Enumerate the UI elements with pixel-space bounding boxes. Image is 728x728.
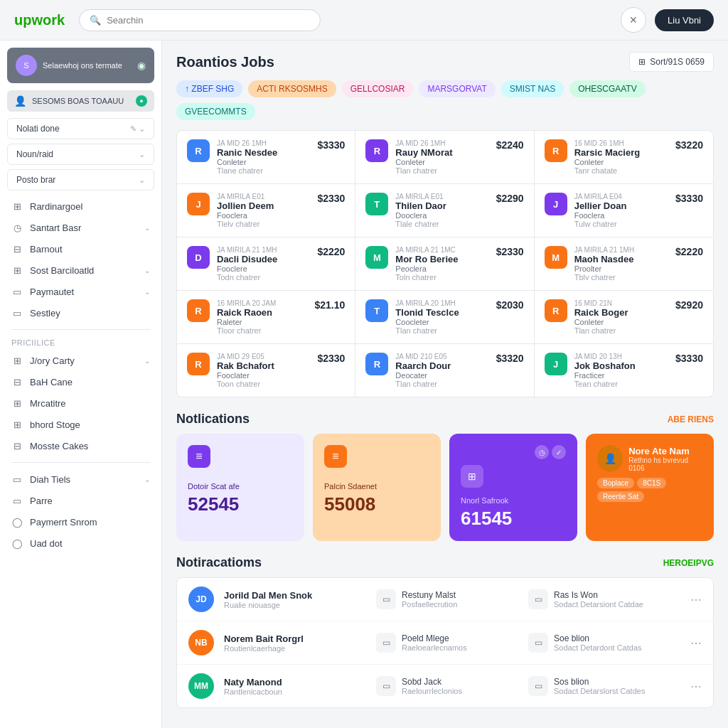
job-card[interactable]: R 16 MIRILA 20 JAM Raick Raoen Raleter T…	[177, 291, 355, 344]
job-card[interactable]: D JA MIRILA 21 1MH Dacli Disudee Foocler…	[177, 237, 355, 291]
sidebar-nav-item[interactable]: ⊟ Mosste Cakes	[0, 435, 161, 456]
dropdown-noun[interactable]: Noun/raid ⌄	[7, 144, 154, 165]
dropdown-notati[interactable]: Nolati done ✎ ⌄	[7, 118, 154, 139]
job-price: $2220	[317, 246, 345, 257]
filter-tab[interactable]: OHESCGAATV	[569, 80, 645, 97]
job-role: Peoclera	[395, 264, 488, 273]
job-name: Rarsic Macierg	[574, 147, 668, 158]
job-name: Raick Raoen	[217, 307, 308, 318]
nav-label: Sost Barciloatld	[30, 265, 137, 276]
sidebar-nav-item[interactable]: ▭ Paymautet ⌄	[0, 281, 161, 302]
logo: upwork	[14, 12, 65, 28]
job-card[interactable]: R JA MID 26 1MH Rauy NMorat Conleter Tla…	[355, 131, 534, 184]
job-card[interactable]: T JA MIRILA 20 1MH Tlonid Tesclce Coocle…	[355, 291, 534, 344]
job-avatar: R	[365, 139, 388, 162]
nav-icon: ▭	[11, 473, 23, 485]
sidebar-nav-item[interactable]: ⊞ Rardinargoel	[0, 196, 161, 217]
sidebar-nav-item[interactable]: ⊞ Sost Barciloatld ⌄	[0, 259, 161, 281]
job-avatar: R	[187, 139, 210, 162]
job-role: Raleter	[217, 318, 308, 326]
job-card[interactable]: M JA MIRILA 21 1MH Maoh Nasdee Proolter …	[535, 237, 713, 291]
job-role: Conleter	[217, 158, 310, 166]
job-price: $3220	[675, 139, 703, 151]
sidebar-user[interactable]: 👤 SESOMS BOAS TOAAUU ●	[7, 90, 154, 112]
sidebar-nav-item[interactable]: ▭ Parre	[0, 490, 161, 511]
job-card[interactable]: R JA MID 29 E05 Rak Bchafort Fooclater T…	[177, 344, 355, 397]
job-price: $3330	[675, 193, 703, 204]
sidebar-divider	[11, 329, 150, 330]
notif-list-title: Notiracatioms	[176, 555, 262, 570]
job-role: Conleter	[574, 318, 668, 326]
notif-card-value: 52545	[188, 493, 293, 515]
close-button[interactable]: ✕	[621, 7, 646, 33]
sidebar-nav-item[interactable]: ⊞ bhord Stoge	[0, 414, 161, 435]
job-date: JA MIRILA 21 1MH	[217, 246, 310, 254]
job-card[interactable]: R 16 MID 21N Raick Boger Conleter Tlan c…	[535, 291, 713, 344]
sidebar-nav-item[interactable]: ⊟ Barnout	[0, 238, 161, 259]
sidebar-nav-item[interactable]: ◯ Uad dot	[0, 532, 161, 554]
notif-row-sub: Rantlenlcacboun	[224, 687, 369, 696]
notif-row: MM Naty Manond Rantlenlcacboun ▭ Sobd Ja…	[177, 665, 713, 707]
sidebar-nav-item[interactable]: ⊞ Mrcatitre	[0, 392, 161, 414]
notif-row-identity: Naty Manond Rantlenlcacboun	[224, 677, 369, 696]
sort-button[interactable]: ⊞ Sort/91S 0659	[629, 52, 714, 72]
sidebar-nav-item[interactable]: ◷ Santart Basr ⌄	[0, 217, 161, 238]
job-sub: Tlane chatrer	[217, 166, 310, 175]
job-card[interactable]: R JA MID 26 1MH Ranic Nesdee Conleter Tl…	[177, 131, 355, 184]
notif-row-dots[interactable]: ⋯	[680, 680, 702, 693]
nav-button[interactable]: Liu Vbni	[655, 9, 714, 31]
notif-row-dots[interactable]: ⋯	[680, 636, 702, 650]
job-card[interactable]: R JA MID 210 E05 Raarch Dour Deocater Tl…	[355, 344, 534, 397]
job-role: Coocleter	[395, 318, 488, 326]
notif-list-header: Notiracatioms HEROEIPVG	[176, 555, 714, 570]
job-card[interactable]: R 16 MID 26 1MH Rarsic Macierg Conleter …	[535, 131, 713, 184]
search-input[interactable]	[107, 15, 310, 26]
job-card[interactable]: J JA MIRILA E01 Jollien Deem Fooclera Tl…	[177, 184, 355, 237]
chevron-icon: ⌄	[144, 476, 150, 483]
nav-label: Santart Basr	[30, 223, 137, 233]
job-card[interactable]: J JA MIRILA E04 Jellier Doan Fooclera Tu…	[535, 184, 713, 237]
notif-card: ◷ ✓ ⊞ Nnorl Safrook 61545	[449, 434, 577, 541]
sidebar-nav-item[interactable]: ⊞ J/ory Carty ⌄	[0, 350, 161, 371]
job-avatar: M	[365, 246, 388, 269]
job-name: Maoh Nasdee	[574, 254, 668, 264]
job-date: JA MIRILA 21 1MC	[395, 246, 488, 254]
chevron-icon: ⌄	[144, 267, 150, 274]
job-price: $2330	[317, 353, 345, 364]
filter-tab[interactable]: GVEECOMMTS	[176, 103, 255, 120]
dropdown-posto[interactable]: Posto brar ⌄	[7, 169, 154, 191]
notif-row-identity: Jorild Dal Men Snok Rualie niouasge	[224, 590, 369, 609]
job-price: $2030	[496, 299, 524, 311]
filter-tab[interactable]: GELLCOSIAR	[342, 80, 414, 97]
job-card[interactable]: J JA MID 20 13H Jok Boshafon Fracticer T…	[535, 344, 713, 397]
job-avatar: R	[545, 139, 567, 162]
job-card[interactable]: M JA MIRILA 21 1MC Mor Ro Beriee Peocler…	[355, 237, 534, 291]
job-sub: Tlan chatrer	[395, 380, 488, 388]
job-avatar: J	[545, 193, 567, 215]
job-info: JA MID 29 E05 Rak Bchafort Fooclater Too…	[217, 353, 310, 388]
notif-card-tag: Boplace	[597, 478, 634, 488]
sidebar-nav-item[interactable]: ⊟ BaH Cane	[0, 371, 161, 392]
nav-label: Mosste Cakes	[30, 441, 150, 451]
filter-tab[interactable]: SMIST NAS	[501, 80, 564, 97]
filter-tab[interactable]: MARSGORVAT	[419, 80, 495, 97]
filter-tab[interactable]: ↑ ZBEF SHG	[176, 80, 242, 97]
dropdown-label: Nolati done	[16, 124, 60, 134]
job-sub: Tean chatrer	[574, 380, 668, 388]
notif-col3-icon: ▭	[528, 589, 548, 609]
job-card[interactable]: T JA MIRILA E01 Thilen Daor Dooclera Tla…	[355, 184, 534, 237]
notif-list-more[interactable]: HEROEIPVG	[663, 558, 714, 568]
sidebar-nav-item[interactable]: ◯ Paymerrt Snrom	[0, 511, 161, 532]
sidebar-nav-item[interactable]: ▭ Sestley	[0, 302, 161, 323]
job-role: Fracticer	[574, 371, 668, 380]
job-price: $2220	[675, 246, 703, 257]
sidebar-nav-item[interactable]: ▭ Diah Tiels ⌄	[0, 469, 161, 490]
notif-cards-more[interactable]: ABE RIENS	[668, 414, 714, 424]
sidebar-user-text: SESOMS BOAS TOAAUU	[32, 97, 130, 105]
notif-row-dots[interactable]: ⋯	[680, 593, 702, 606]
filter-tab[interactable]: ACTI RKSOSMHS	[248, 80, 336, 97]
job-price: $3330	[317, 139, 345, 151]
notif-col2-icon: ▭	[376, 589, 396, 609]
chevron-icon: ⌄	[144, 288, 150, 296]
notif-col3-sub: Sodact Detarslorst Catdes	[554, 687, 645, 695]
